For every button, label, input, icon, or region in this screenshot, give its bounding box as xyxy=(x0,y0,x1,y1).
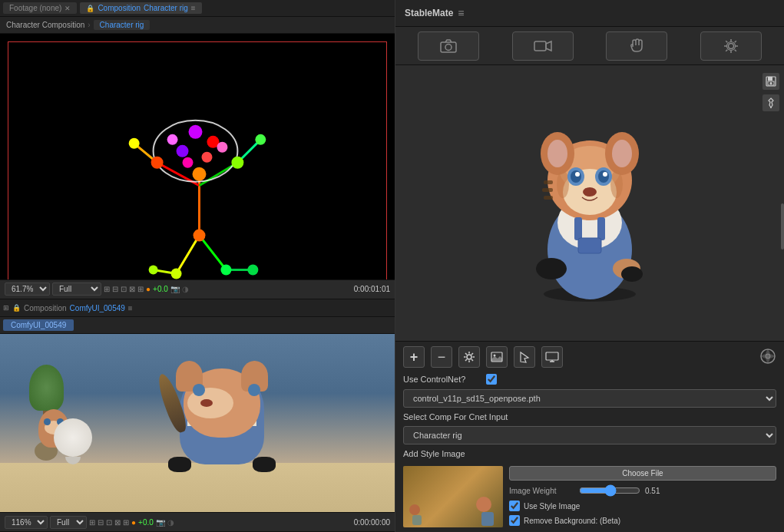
footage-tab[interactable]: Footage (none) ✕ xyxy=(3,2,77,14)
controlnet-model-dropdown[interactable]: control_v11p_sd15_openpose.pth xyxy=(403,389,776,408)
comp-tab-label: Composition xyxy=(98,4,141,12)
weight-value: 0.51 xyxy=(645,487,660,495)
hand-tool-tab[interactable] xyxy=(606,31,667,61)
controlnet-checkbox[interactable] xyxy=(486,374,497,385)
timecode-bottom: 0:00:00:00 xyxy=(354,518,390,527)
main-character xyxy=(160,357,283,511)
motion-blur-b[interactable]: ◑ xyxy=(167,518,174,527)
save-side-btn[interactable] xyxy=(762,73,779,90)
stablemate-header: StableMate ≡ xyxy=(395,0,784,27)
choose-file-button[interactable]: Choose File xyxy=(509,466,776,481)
comp2-name: ComfyUI_00549 xyxy=(70,304,125,312)
weight-label: Image Weight xyxy=(509,487,574,495)
settings-section: Use ControlNet? control_v11p_sd15_openpo… xyxy=(403,374,776,527)
grid-icon-b[interactable]: ⊡ xyxy=(106,518,112,527)
svg-point-29 xyxy=(445,44,452,50)
use-style-checkbox[interactable] xyxy=(509,501,520,511)
svg-point-11 xyxy=(189,125,203,139)
svg-point-27 xyxy=(149,265,158,274)
style-image-row: Choose File Image Weight 0.51 Use Style … xyxy=(403,466,776,527)
select-comp-label: Select Comp For Cnet Input xyxy=(403,412,776,421)
gear-icon xyxy=(723,38,739,54)
monitor-button[interactable] xyxy=(541,346,563,368)
svg-line-5 xyxy=(177,236,200,274)
viewer-canvas-top xyxy=(0,34,395,299)
use-style-label: Use Style Image xyxy=(524,502,580,511)
color-dot-icon: ● xyxy=(146,285,151,293)
video-icon xyxy=(534,39,552,53)
svg-point-19 xyxy=(151,157,164,169)
camera-snap-icon[interactable]: 📷 xyxy=(170,285,180,293)
scroll-hint xyxy=(781,203,784,249)
stablemate-title: StableMate xyxy=(405,8,453,18)
svg-point-51 xyxy=(603,172,607,177)
monitor-icon xyxy=(545,352,559,362)
comp-name-tab[interactable]: ComfyUI_00549 xyxy=(3,319,74,331)
comp2-icon: ⊞ xyxy=(3,304,9,312)
camera-tool-tab[interactable] xyxy=(418,31,479,61)
svg-point-67 xyxy=(467,355,471,359)
video-tool-tab[interactable] xyxy=(512,31,574,61)
extra-icon-b[interactable]: ⊞ xyxy=(123,518,129,527)
pin-icon xyxy=(766,97,776,108)
view-grid-icon[interactable]: ⊡ xyxy=(121,285,127,293)
composition-tab[interactable]: 🔒 Composition Character rig ≡ xyxy=(80,2,201,14)
stick-figure-svg xyxy=(0,34,395,299)
breadcrumb-parent[interactable]: Character Composition xyxy=(6,21,84,29)
view-fit-icon[interactable]: ⊞ xyxy=(104,285,110,293)
quality-dropdown-top[interactable]: Full Half Quarter xyxy=(52,283,101,296)
camera-snap-b[interactable]: 📷 xyxy=(156,518,165,527)
comp-input-dropdown[interactable]: Character rig xyxy=(403,426,776,444)
bottom-controls: + − xyxy=(395,341,784,532)
left-panel: Footage (none) ✕ 🔒 Composition Character… xyxy=(0,0,395,532)
footage-tab-close[interactable]: ✕ xyxy=(65,5,71,12)
image-button[interactable] xyxy=(486,346,508,368)
fit-icon-b[interactable]: ⊞ xyxy=(89,518,95,527)
thumb-char2 xyxy=(409,504,425,524)
controlnet-row: Use ControlNet? xyxy=(403,374,776,385)
side-buttons xyxy=(762,73,779,111)
stick-figure-viewer: 61.7% 100% 50% Full Half Quarter ⊞ ⊟ ⊡ ⊠… xyxy=(0,34,395,300)
svg-point-50 xyxy=(575,172,580,177)
comp2-title: Composition xyxy=(24,304,67,312)
timeline-controls-top: 61.7% 100% 50% Full Half Quarter ⊞ ⊟ ⊡ ⊠… xyxy=(0,279,395,299)
safe-icon-b[interactable]: ⊟ xyxy=(98,518,104,527)
zoom-dropdown-top[interactable]: 61.7% 100% 50% xyxy=(5,283,50,296)
select-comp-text: Select Comp For Cnet Input xyxy=(403,412,508,421)
breadcrumb-current[interactable]: Character rig xyxy=(94,20,151,30)
exposure-value-bottom: +0.0 xyxy=(138,518,154,527)
svg-point-23 xyxy=(194,230,206,242)
controlnet-label: Use ControlNet? xyxy=(403,375,480,384)
quality-dropdown-bottom[interactable]: Full Half xyxy=(50,516,87,529)
minus-button[interactable]: − xyxy=(431,346,452,368)
view-extra-icon[interactable]: ⊞ xyxy=(137,285,144,293)
settings-gear-icon xyxy=(463,351,475,363)
iris-icon-container[interactable] xyxy=(759,348,776,366)
comp-tab-menu[interactable]: ≡ xyxy=(191,4,196,12)
svg-rect-63 xyxy=(768,77,772,81)
svg-point-13 xyxy=(177,145,189,157)
view-safe-icon[interactable]: ⊟ xyxy=(112,285,118,293)
camera-icon xyxy=(440,39,457,53)
tool-tabs-bar xyxy=(395,27,784,65)
stablemate-menu-icon[interactable]: ≡ xyxy=(458,7,464,19)
svg-point-52 xyxy=(583,187,597,197)
zoom-dropdown-bottom[interactable]: 116% 100% 50% xyxy=(5,516,48,529)
pin-side-btn[interactable] xyxy=(762,94,779,111)
weight-slider[interactable] xyxy=(579,484,640,497)
add-button[interactable]: + xyxy=(403,346,425,368)
thumb-char1 xyxy=(476,497,499,524)
opt-icon-b[interactable]: ⊠ xyxy=(114,518,121,527)
comp2-menu[interactable]: ≡ xyxy=(128,304,133,312)
cursor-button[interactable] xyxy=(514,346,535,368)
style-image-label-row: Add Style Image xyxy=(403,449,776,458)
app-container: Footage (none) ✕ 🔒 Composition Character… xyxy=(0,0,784,532)
motion-blur-icon[interactable]: ◑ xyxy=(182,285,189,293)
remove-bg-checkbox[interactable] xyxy=(509,515,520,526)
style-thumbnail xyxy=(403,466,503,527)
photo-viewer: 116% 100% 50% Full Half ⊞ ⊟ ⊡ ⊠ ⊞ ● +0.0… xyxy=(0,334,395,533)
tab-lock-icon: 🔒 xyxy=(86,5,94,12)
settings-button[interactable] xyxy=(458,346,480,368)
view-options-icon[interactable]: ⊠ xyxy=(129,285,135,293)
gear-tool-tab[interactable] xyxy=(700,31,762,61)
